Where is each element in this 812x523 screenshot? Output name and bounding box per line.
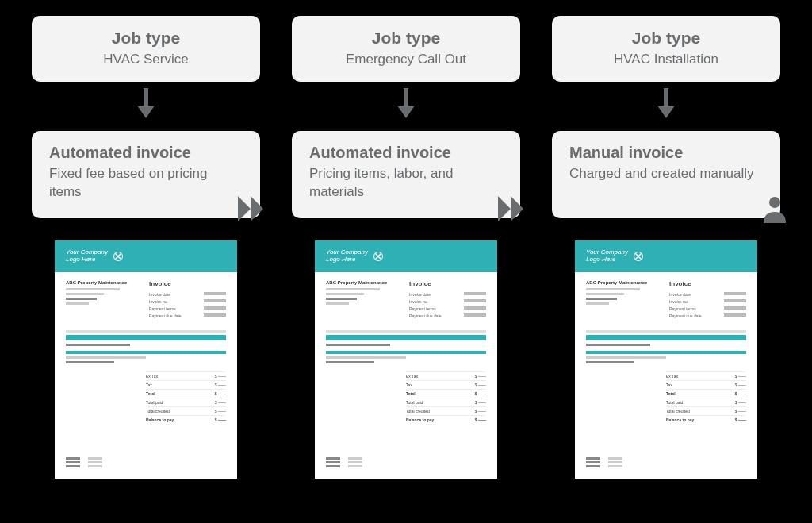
- invoice-preview-body: ABC Property Maintenance Invoice Invoice…: [315, 272, 497, 432]
- jobtype-card: Job type HVAC Installation: [552, 16, 780, 82]
- invoice-heading: Invoice: [409, 280, 486, 287]
- jobtype-value: HVAC Installation: [569, 51, 763, 69]
- field-invoice-no: Invoice no.: [409, 299, 428, 304]
- field-invoice-no: Invoice no.: [149, 299, 168, 304]
- invoice-preview-header: Your Company Logo Here: [575, 240, 757, 272]
- total-total: Total: [666, 391, 676, 396]
- invoice-type-card: Automated invoice Pricing items, labor, …: [292, 131, 520, 218]
- jobtype-label: Job type: [49, 29, 243, 48]
- field-invoice-no: Invoice no.: [669, 299, 688, 304]
- total-paid: Total paid: [146, 400, 163, 405]
- invoice-type-title: Automated invoice: [309, 144, 503, 162]
- invoice-preview-body: ABC Property Maintenance Invoice Invoice…: [55, 272, 237, 432]
- total-credited: Total credited: [666, 409, 690, 413]
- person-icon: [761, 194, 788, 226]
- field-payment-due: Payment due date: [409, 313, 442, 318]
- total-ex-tax: Ex Tax: [146, 374, 158, 379]
- svg-point-2: [769, 197, 780, 208]
- company-name: ABC Property Maintenance: [326, 280, 403, 285]
- total-paid: Total paid: [406, 400, 423, 405]
- company-name: ABC Property Maintenance: [66, 280, 143, 285]
- jobtype-label: Job type: [309, 29, 503, 48]
- invoice-type-card: Manual invoice Charged and created manua…: [552, 131, 780, 218]
- invoice-preview-header: Your Company Logo Here: [315, 240, 497, 272]
- invoice-heading: Invoice: [669, 280, 746, 287]
- field-payment-terms: Payment terms: [409, 306, 436, 311]
- invoice-footer: [586, 457, 622, 467]
- total-ex-tax: Ex Tax: [406, 374, 418, 379]
- invoice-preview-body: ABC Property Maintenance Invoice Invoice…: [575, 272, 757, 432]
- total-tax: Tax: [146, 383, 152, 387]
- invoice-type-desc: Fixed fee based on pricing items: [49, 165, 243, 202]
- arrow-down-icon: [396, 88, 416, 123]
- jobtype-invoice-diagram: Job type HVAC Service Automated invoice …: [0, 0, 812, 494]
- jobtype-card: Job type Emergency Call Out: [292, 16, 520, 82]
- field-payment-due: Payment due date: [669, 313, 702, 318]
- field-invoice-date: Invoice date: [409, 292, 431, 297]
- total-total: Total: [146, 391, 155, 396]
- total-paid: Total paid: [666, 400, 683, 405]
- total-tax: Tax: [666, 383, 672, 387]
- invoice-type-desc: Pricing items, labor, and materials: [309, 165, 503, 202]
- column-hvac-installation: Job type HVAC Installation Manual invoic…: [552, 16, 780, 479]
- fast-forward-icon: [236, 194, 268, 226]
- wrench-icon: [113, 251, 124, 262]
- jobtype-value: Emergency Call Out: [309, 51, 503, 69]
- invoice-preview: Your Company Logo Here ABC Property Main…: [55, 240, 237, 479]
- arrow-down-icon: [656, 88, 676, 123]
- field-payment-terms: Payment terms: [669, 306, 696, 311]
- total-balance: Balance to pay: [406, 417, 434, 422]
- field-payment-terms: Payment terms: [149, 306, 176, 311]
- invoice-totals: Ex Tax$ —— Tax$ —— Total$ —— Total paid$…: [406, 371, 486, 424]
- invoice-footer: [66, 457, 102, 467]
- total-balance: Balance to pay: [146, 417, 174, 422]
- total-ex-tax: Ex Tax: [666, 374, 678, 379]
- field-payment-due: Payment due date: [149, 313, 182, 318]
- invoice-type-desc: Charged and created manually: [569, 165, 763, 183]
- column-emergency-callout: Job type Emergency Call Out Automated in…: [292, 16, 520, 479]
- invoice-preview-header: Your Company Logo Here: [55, 240, 237, 272]
- invoice-type-title: Manual invoice: [569, 144, 763, 162]
- jobtype-card: Job type HVAC Service: [32, 16, 260, 82]
- column-hvac-service: Job type HVAC Service Automated invoice …: [32, 16, 260, 479]
- invoice-type-title: Automated invoice: [49, 144, 243, 162]
- total-balance: Balance to pay: [666, 417, 694, 422]
- logo-line-2: Logo Here: [66, 256, 108, 263]
- arrow-down-icon: [136, 88, 156, 123]
- jobtype-label: Job type: [569, 29, 763, 48]
- total-credited: Total credited: [406, 409, 430, 413]
- invoice-preview: Your Company Logo Here ABC Property Main…: [575, 240, 757, 479]
- field-invoice-date: Invoice date: [669, 292, 691, 297]
- wrench-icon: [633, 251, 644, 262]
- invoice-footer: [326, 457, 362, 467]
- fast-forward-icon: [496, 194, 528, 226]
- invoice-totals: Ex Tax$ —— Tax$ —— Total$ —— Total paid$…: [146, 371, 226, 424]
- total-tax: Tax: [406, 383, 412, 387]
- wrench-icon: [373, 251, 384, 262]
- total-total: Total: [406, 391, 416, 396]
- invoice-preview: Your Company Logo Here ABC Property Main…: [315, 240, 497, 479]
- invoice-heading: Invoice: [149, 280, 226, 287]
- field-invoice-date: Invoice date: [149, 292, 170, 297]
- invoice-type-card: Automated invoice Fixed fee based on pri…: [32, 131, 260, 218]
- total-credited: Total credited: [146, 409, 170, 413]
- logo-line-2: Logo Here: [586, 256, 628, 263]
- company-name: ABC Property Maintenance: [586, 280, 663, 285]
- invoice-totals: Ex Tax$ —— Tax$ —— Total$ —— Total paid$…: [666, 371, 746, 424]
- jobtype-value: HVAC Service: [49, 51, 243, 69]
- logo-line-2: Logo Here: [326, 256, 368, 263]
